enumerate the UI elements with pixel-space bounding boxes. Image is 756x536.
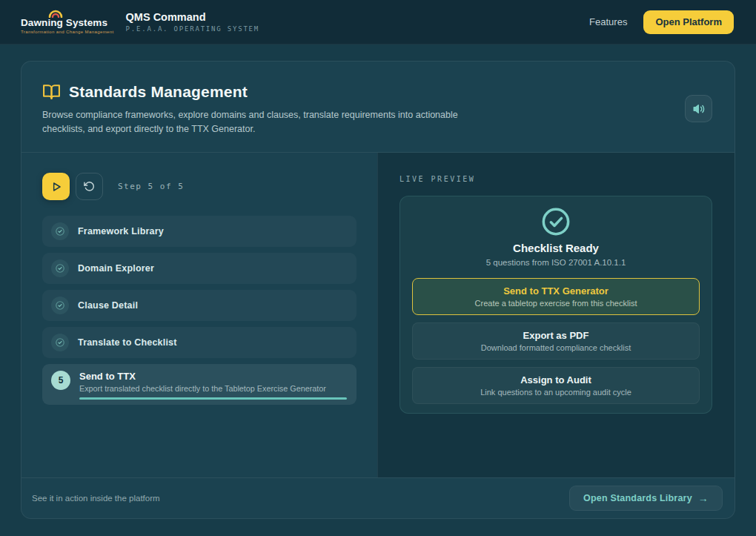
step-item-translate-to-checklist[interactable]: Translate to Checklist	[42, 327, 357, 358]
open-standards-library-button[interactable]: Open Standards Library →	[569, 486, 723, 511]
app-title: QMS Command	[126, 11, 259, 23]
live-preview-label: LIVE PREVIEW	[399, 175, 712, 183]
open-platform-button[interactable]: Open Platform	[643, 10, 734, 34]
action-title: Export as PDF	[523, 330, 589, 341]
book-open-icon	[42, 82, 61, 101]
step-check-icon	[51, 259, 69, 277]
cta-label: Open Standards Library	[583, 493, 692, 503]
audio-narration-button[interactable]	[685, 95, 712, 122]
step-item-send-to-ttx-active[interactable]: 5 Send to TTX Export translated checklis…	[42, 364, 357, 405]
top-nav-links: Features Open Platform	[589, 10, 734, 34]
page: Dawning Systems Transformation and Chang…	[0, 0, 756, 536]
restart-icon	[84, 181, 95, 192]
live-preview-panel: LIVE PREVIEW Checklist Ready 5 questions…	[377, 153, 735, 477]
step-item-clause-detail[interactable]: Clause Detail	[42, 290, 357, 321]
card-footer: See it in action inside the platform Ope…	[21, 477, 735, 518]
export-as-pdf-button[interactable]: Export as PDF Download formatted complia…	[412, 322, 700, 360]
preview-actions: Send to TTX Generator Create a tabletop …	[412, 278, 700, 404]
status-subtitle: 5 questions from ISO 27001 A.10.1.1	[486, 258, 626, 267]
step-check-icon	[51, 297, 69, 314]
step-label: Framework Library	[78, 226, 164, 236]
send-to-ttx-generator-button[interactable]: Send to TTX Generator Create a tabletop …	[412, 278, 700, 315]
top-navigation-bar: Dawning Systems Transformation and Chang…	[0, 0, 756, 44]
preview-card: Checklist Ready 5 questions from ISO 270…	[399, 196, 712, 414]
action-title: Assign to Audit	[520, 374, 591, 386]
step-check-icon	[51, 222, 69, 240]
step-counter: Step 5 of 5	[118, 182, 184, 191]
app-identity: QMS Command P.E.A.A. OPERATING SYSTEM	[126, 11, 259, 33]
content-columns: Step 5 of 5 Framework Library	[21, 153, 735, 477]
page-title: Standards Management	[69, 83, 248, 101]
playback-controls: Step 5 of 5	[42, 173, 357, 200]
check-circle-icon	[541, 207, 571, 236]
step-progress-fill	[79, 397, 347, 400]
features-link[interactable]: Features	[589, 16, 627, 27]
module-description: Browse compliance frameworks, explore do…	[42, 108, 476, 136]
active-step-title: Send to TTX	[79, 371, 326, 382]
app-subtitle: P.E.A.A. OPERATING SYSTEM	[126, 25, 259, 33]
step-label: Translate to Checklist	[78, 337, 177, 348]
standards-management-card: Standards Management Browse compliance f…	[21, 61, 735, 519]
action-subtitle: Link questions to an upcoming audit cycl…	[480, 388, 631, 397]
active-step-description: Export translated checklist directly to …	[79, 384, 326, 393]
arrow-right-icon: →	[698, 492, 709, 504]
play-button[interactable]	[42, 173, 70, 200]
brand-name: Dawning Systems	[21, 17, 114, 28]
restart-button[interactable]	[76, 173, 103, 200]
card-header: Standards Management Browse compliance f…	[21, 62, 735, 153]
step-label: Clause Detail	[78, 300, 138, 311]
footer-hint: See it in action inside the platform	[32, 494, 160, 503]
stepper-panel: Step 5 of 5 Framework Library	[21, 153, 377, 477]
step-check-icon	[51, 334, 69, 351]
step-item-domain-explorer[interactable]: Domain Explorer	[42, 253, 357, 284]
dawning-systems-logo[interactable]: Dawning Systems Transformation and Chang…	[21, 10, 114, 34]
assign-to-audit-button[interactable]: Assign to Audit Link questions to an upc…	[412, 367, 700, 404]
play-icon	[50, 181, 62, 193]
step-item-framework-library[interactable]: Framework Library	[42, 216, 357, 247]
step-list: Framework Library Domain Explorer	[42, 216, 357, 405]
step-number-badge: 5	[51, 371, 70, 390]
action-subtitle: Download formatted compliance checklist	[481, 343, 631, 352]
speaker-icon	[692, 102, 706, 116]
step-progress-bar	[79, 397, 347, 400]
rainbow-arc-icon	[48, 9, 63, 18]
action-title: Send to TTX Generator	[503, 285, 609, 297]
brand-area: Dawning Systems Transformation and Chang…	[21, 10, 259, 34]
step-label: Domain Explorer	[78, 263, 154, 274]
brand-tagline: Transformation and Change Management	[21, 30, 114, 34]
status-title: Checklist Ready	[513, 242, 599, 254]
action-subtitle: Create a tabletop exercise from this che…	[475, 299, 637, 308]
